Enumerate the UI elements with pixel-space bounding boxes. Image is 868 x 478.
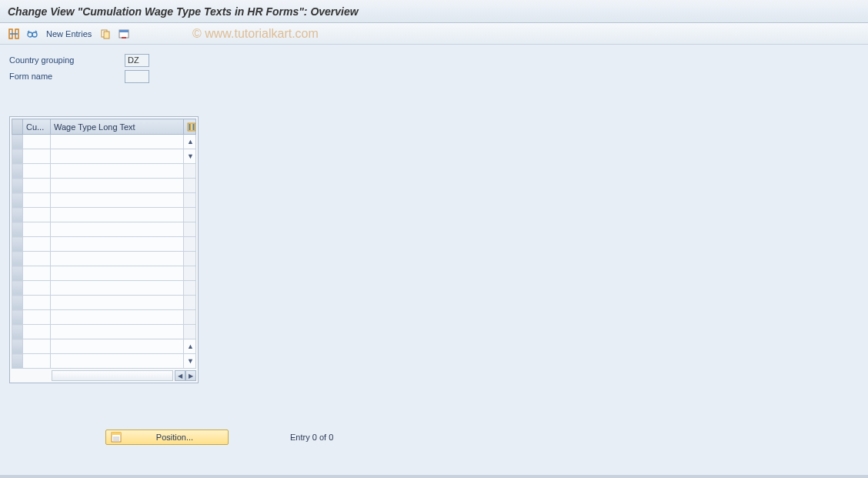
toolbar: New Entries © www.tutorialkart.com [0, 23, 868, 45]
row-selector[interactable] [12, 222, 23, 237]
table-row [12, 193, 196, 208]
cell-wage-text[interactable] [51, 193, 184, 208]
row-selector[interactable] [12, 193, 23, 208]
vscroll-cell[interactable]: ▲ [184, 135, 196, 149]
vscroll-cell[interactable] [184, 164, 196, 179]
form-name-input[interactable] [125, 70, 149, 83]
cell-wage-text[interactable] [51, 252, 184, 266]
vscroll-cell[interactable]: ▼ [184, 354, 196, 369]
cell-cu[interactable] [23, 164, 51, 179]
vscroll-cell[interactable]: ▼ [184, 149, 196, 164]
cell-cu[interactable] [23, 266, 51, 281]
cell-wage-text[interactable] [51, 325, 184, 339]
table-row: ▲ [12, 135, 196, 149]
cell-wage-text[interactable] [51, 222, 184, 237]
cell-wage-text[interactable] [51, 179, 184, 193]
vscroll-cell[interactable] [184, 208, 196, 222]
footer-area: Position... Entry 0 of 0 [9, 430, 859, 445]
svg-point-0 [28, 32, 32, 37]
cell-wage-text[interactable] [51, 237, 184, 252]
cell-cu[interactable] [23, 208, 51, 222]
glasses-icon[interactable] [25, 26, 40, 42]
country-grouping-label: Country grouping [9, 55, 125, 65]
vscroll-cell[interactable] [184, 252, 196, 266]
row-selector[interactable] [12, 281, 23, 296]
table-config-button[interactable] [184, 119, 196, 135]
vscroll-cell[interactable] [184, 281, 196, 296]
cell-wage-text[interactable] [51, 354, 184, 369]
cell-cu[interactable] [23, 252, 51, 266]
svg-point-1 [32, 32, 37, 37]
toggle-icon[interactable] [6, 26, 22, 42]
row-selector[interactable] [12, 266, 23, 281]
position-button[interactable]: Position... [105, 430, 229, 445]
row-selector[interactable] [12, 310, 23, 325]
watermark-text: © www.tutorialkart.com [192, 27, 319, 41]
position-icon [111, 432, 122, 443]
vscroll-cell[interactable] [184, 222, 196, 237]
cell-wage-text[interactable] [51, 266, 184, 281]
cell-cu[interactable] [23, 135, 51, 149]
table-row [12, 237, 196, 252]
bottom-border [0, 475, 868, 478]
cell-cu[interactable] [23, 339, 51, 354]
copy-icon[interactable] [98, 26, 113, 42]
cell-cu[interactable] [23, 296, 51, 310]
hscroll-left-button[interactable]: ◀ [175, 370, 185, 381]
cell-cu[interactable] [23, 281, 51, 296]
vscroll-cell[interactable] [184, 296, 196, 310]
scroll-up-icon[interactable]: ▲ [187, 343, 192, 350]
cell-wage-text[interactable] [51, 164, 184, 179]
cell-cu[interactable] [23, 149, 51, 164]
row-selector[interactable] [12, 252, 23, 266]
cell-cu[interactable] [23, 237, 51, 252]
hscroll-right-button[interactable]: ▶ [185, 370, 196, 381]
cell-wage-text[interactable] [51, 135, 184, 149]
svg-rect-10 [112, 433, 121, 435]
vscroll-cell[interactable]: ▲ [184, 339, 196, 354]
row-selector[interactable] [12, 149, 23, 164]
vscroll-cell[interactable] [184, 325, 196, 339]
row-selector[interactable] [12, 237, 23, 252]
row-selector[interactable] [12, 354, 23, 369]
cell-cu[interactable] [23, 193, 51, 208]
country-grouping-row: Country grouping [9, 52, 859, 68]
entry-count-text: Entry 0 of 0 [290, 433, 333, 442]
row-selector[interactable] [12, 325, 23, 339]
vscroll-cell[interactable] [184, 179, 196, 193]
title-bar: Change View "Cumulation Wage Type Texts … [0, 0, 868, 23]
cell-wage-text[interactable] [51, 208, 184, 222]
vscroll-cell[interactable] [184, 193, 196, 208]
table-row [12, 266, 196, 281]
hscroll-track[interactable] [52, 370, 173, 381]
cell-cu[interactable] [23, 325, 51, 339]
cell-cu[interactable] [23, 310, 51, 325]
scroll-up-icon[interactable]: ▲ [187, 138, 192, 145]
cell-cu[interactable] [23, 354, 51, 369]
cell-cu[interactable] [23, 179, 51, 193]
cell-wage-text[interactable] [51, 296, 184, 310]
column-header-cu[interactable]: Cu... [23, 119, 51, 135]
vscroll-cell[interactable] [184, 310, 196, 325]
scroll-down-icon[interactable]: ▼ [187, 152, 192, 160]
select-all-header[interactable] [12, 119, 23, 135]
scroll-down-icon[interactable]: ▼ [187, 357, 192, 365]
cell-wage-text[interactable] [51, 149, 184, 164]
cell-cu[interactable] [23, 222, 51, 237]
delimit-icon[interactable] [116, 26, 132, 42]
cell-wage-text[interactable] [51, 281, 184, 296]
cell-wage-text[interactable] [51, 339, 184, 354]
row-selector[interactable] [12, 296, 23, 310]
row-selector[interactable] [12, 164, 23, 179]
data-table: Cu... Wage Type Long Text ▲▼▲▼ [12, 119, 196, 369]
country-grouping-input[interactable] [125, 54, 149, 67]
row-selector[interactable] [12, 179, 23, 193]
column-header-wage-text[interactable]: Wage Type Long Text [51, 119, 184, 135]
row-selector[interactable] [12, 339, 23, 354]
new-entries-button[interactable]: New Entries [43, 29, 95, 38]
vscroll-cell[interactable] [184, 237, 196, 252]
row-selector[interactable] [12, 135, 23, 149]
vscroll-cell[interactable] [184, 266, 196, 281]
cell-wage-text[interactable] [51, 310, 184, 325]
row-selector[interactable] [12, 208, 23, 222]
